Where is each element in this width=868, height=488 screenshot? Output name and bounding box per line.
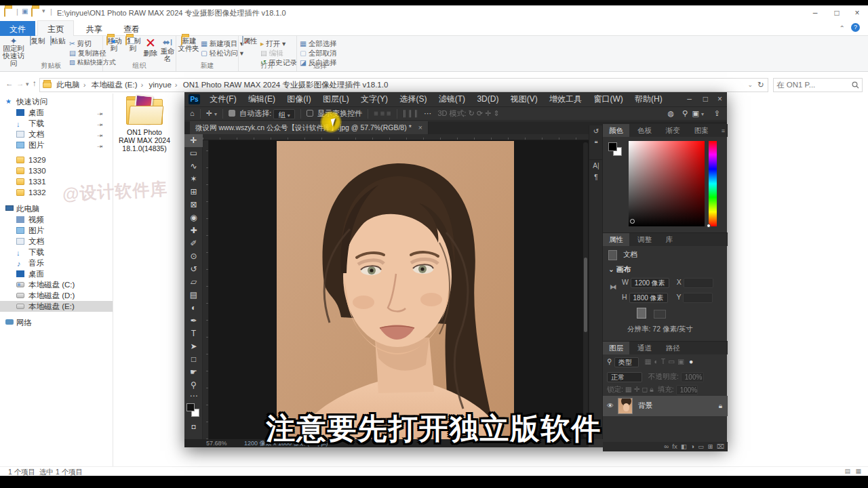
menu-3d[interactable]: 3D(D) — [472, 94, 503, 104]
menu-view[interactable]: 视图(V) — [506, 94, 542, 104]
tool-hand[interactable]: ☛ — [184, 366, 203, 379]
sidebar-item-1329[interactable]: 1329 — [0, 155, 113, 165]
sidebar-item-pictures2[interactable]: 图片 — [0, 225, 113, 236]
tool-frame[interactable]: ⊠ — [184, 199, 203, 211]
align-right-icon[interactable]: ≡ — [387, 109, 391, 117]
easy-access-button[interactable]: ▢ 轻松访问 ▾ — [201, 49, 243, 58]
tool-pen[interactable]: ✒ — [184, 314, 203, 327]
layer-visibility-icon[interactable]: 👁︎ — [607, 402, 614, 409]
crumb-yinyue[interactable]: yinyue — [149, 81, 172, 89]
document-tab[interactable]: 微设网 www.wszyk.cn 公众号【设计软件库】.jpg @ 57.7%(… — [190, 121, 429, 134]
move-tool-icon[interactable]: ✛ ▾ — [206, 109, 217, 117]
tool-eyedropper[interactable]: ◉ — [184, 211, 203, 224]
filter-toggle-icon[interactable]: ● — [689, 357, 693, 365]
sidebar-item-videos[interactable]: 视频 — [0, 214, 113, 225]
tab-swatches[interactable]: 色板 — [631, 124, 658, 137]
address-dropdown-icon[interactable]: ⌄ — [747, 79, 753, 92]
tool-gradient[interactable]: ▤ — [184, 289, 203, 302]
tab-close-icon[interactable]: × — [414, 123, 422, 131]
distribute-h-icon[interactable]: ∥ — [408, 109, 412, 117]
menu-edit[interactable]: 编辑(E) — [243, 94, 280, 104]
portrait-orientation-icon[interactable] — [637, 308, 646, 319]
ps-maximize-button[interactable]: □ — [703, 92, 708, 106]
show-transform-checkbox[interactable] — [307, 110, 313, 117]
edit-button[interactable]: ▤ 编辑 — [260, 49, 283, 58]
sidebar-item-disk-e[interactable]: 本地磁盘 (E:) — [0, 301, 113, 312]
layer-search-icon[interactable]: ⚲ — [607, 357, 612, 365]
open-button[interactable]: ▸ 打开 ▾ — [260, 39, 285, 49]
tool-healing-brush[interactable]: ✚ — [184, 224, 203, 237]
align-center-icon[interactable]: ≡ — [380, 109, 384, 117]
color-panel-swatches[interactable] — [608, 142, 625, 159]
hue-slider[interactable] — [709, 141, 717, 226]
cut-button[interactable]: ✂ 剪切 — [69, 39, 92, 49]
auto-select-value[interactable]: 组 ▾ — [273, 109, 294, 119]
panel-menu-icon[interactable]: ≡ — [722, 127, 725, 134]
close-button[interactable]: × — [848, 7, 867, 19]
tool-zoom[interactable]: ⚲ — [184, 379, 203, 392]
workspace-icon[interactable]: ▣ ▾ — [692, 107, 704, 121]
tab-adjustments[interactable]: 调整 — [631, 233, 658, 246]
filter-type-icons[interactable]: ▦◐T▭▣ — [641, 357, 688, 365]
tab-gradients[interactable]: 渐变 — [660, 124, 686, 137]
tab-file[interactable]: 文件 — [0, 21, 35, 37]
qat-dropdown-icon[interactable]: ▾ — [42, 7, 45, 14]
tab-properties[interactable]: 属性 — [603, 233, 629, 246]
x-value[interactable] — [684, 278, 713, 288]
character-panel-icon[interactable]: A| — [589, 159, 603, 171]
tool-lasso[interactable]: ∿ — [184, 160, 203, 173]
sidebar-item-disk-d[interactable]: 本地磁盘 (D:) — [0, 290, 113, 301]
canvas-section-header[interactable]: ⌄ 画布 — [608, 265, 631, 274]
more-options-icon[interactable]: ⋯ — [420, 109, 435, 117]
tab-libraries[interactable]: 库 — [660, 233, 679, 246]
ps-minimize-button[interactable]: – — [687, 92, 692, 106]
crumb-drive[interactable]: 本地磁盘 (E:) — [92, 81, 138, 89]
paste-button[interactable]: 粘贴 — [47, 37, 68, 45]
canvas-area[interactable] — [203, 134, 589, 439]
delete-button[interactable]: ✕ 删除 — [142, 37, 159, 57]
menu-filter[interactable]: 滤镜(T) — [434, 94, 470, 104]
copy-button[interactable]: 复制 — [27, 37, 47, 45]
foreground-color-swatch[interactable] — [186, 403, 195, 411]
tool-move[interactable]: ✛ — [184, 134, 203, 147]
tool-path-select[interactable]: ➤ — [184, 340, 203, 353]
sidebar-network[interactable]: 网络 — [0, 317, 113, 328]
select-all-button[interactable]: ▦ 全部选择 — [300, 39, 337, 49]
maximize-button[interactable]: □ — [827, 7, 846, 19]
tab-paths[interactable]: 路径 — [660, 342, 686, 354]
back-icon[interactable]: ← — [5, 79, 14, 87]
tab-color[interactable]: 颜色 — [603, 124, 629, 137]
crumb-this-pc[interactable]: 此电脑 — [56, 81, 80, 89]
tool-type[interactable]: T — [184, 327, 203, 340]
filter-kind-value[interactable]: 类型 — [614, 357, 639, 367]
copy-path-button[interactable]: ▤ 复制路径 — [69, 49, 106, 58]
menu-plugins[interactable]: 增效工具 — [545, 94, 587, 104]
share-icon[interactable]: ⇪ — [714, 107, 720, 120]
tool-blur[interactable]: ◐ — [184, 302, 203, 314]
distribute-icon[interactable]: ∥ — [414, 109, 418, 117]
menu-select[interactable]: 选择(S) — [395, 94, 431, 104]
opacity-value[interactable]: 100% — [681, 372, 704, 382]
landscape-orientation-icon[interactable] — [654, 310, 666, 319]
file-item-on1[interactable]: ON1 Photo RAW MAX 2024 18.1.0(14835) — [117, 95, 172, 152]
home-icon[interactable]: ⌂ — [184, 109, 195, 117]
menu-window[interactable]: 窗口(W) — [589, 94, 627, 104]
sidebar-quick-access[interactable]: ★快速访问 — [0, 96, 113, 107]
sidebar-item-1330[interactable]: 1330 — [0, 165, 113, 176]
height-value[interactable]: 1800 像素 — [629, 293, 668, 303]
search-input[interactable]: 在 ON1 P... — [773, 78, 863, 92]
ps-close-button[interactable]: × — [717, 92, 722, 106]
minimize-button[interactable]: – — [806, 7, 825, 19]
canvas-vscrollbar[interactable] — [583, 142, 588, 437]
saturation-square[interactable] — [629, 141, 705, 226]
view-list-icon[interactable]: ▤ — [844, 468, 850, 474]
tool-clone-stamp[interactable]: ⊙ — [184, 250, 203, 263]
sidebar-item-documents[interactable]: 文档📌︎ — [0, 129, 113, 140]
help-icon[interactable]: ? — [851, 23, 860, 32]
history-dropdown-icon[interactable]: ▾ — [26, 81, 29, 87]
up-icon[interactable]: ↑ — [33, 79, 37, 87]
paragraph-panel-icon[interactable]: ¶ — [589, 171, 603, 184]
menu-file[interactable]: 文件(F) — [205, 94, 241, 104]
tab-channels[interactable]: 通道 — [631, 342, 658, 354]
toolbar-more-icon[interactable]: ⋯ — [184, 392, 203, 401]
